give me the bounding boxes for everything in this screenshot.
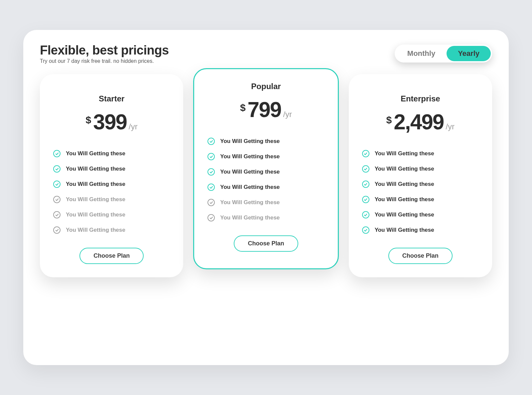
feature-text: You Will Getting these: [66, 196, 125, 203]
feature-text: You Will Getting these: [375, 227, 434, 233]
check-circle-icon: [362, 165, 369, 173]
price-value: 399: [93, 111, 127, 133]
check-circle-icon: [53, 211, 61, 218]
feature-list: You Will Getting theseYou Will Getting t…: [362, 146, 479, 238]
feature-text: You Will Getting these: [375, 150, 434, 157]
feature-text: You Will Getting these: [66, 211, 125, 218]
check-circle-icon: [207, 214, 215, 221]
price-value: 2,499: [394, 111, 444, 133]
feature-item: You Will Getting these: [53, 207, 170, 222]
feature-item: You Will Getting these: [53, 177, 170, 192]
price-row: $799/yr: [240, 99, 292, 120]
check-circle-icon: [53, 150, 61, 157]
price-row: $2,499/yr: [386, 111, 455, 133]
feature-list: You Will Getting theseYou Will Getting t…: [53, 146, 170, 238]
feature-item: You Will Getting these: [53, 161, 170, 177]
feature-text: You Will Getting these: [375, 196, 434, 203]
feature-text: You Will Getting these: [220, 138, 280, 145]
price-value: 799: [248, 99, 281, 120]
feature-text: You Will Getting these: [220, 199, 280, 206]
feature-item: You Will Getting these: [53, 222, 170, 238]
feature-item: You Will Getting these: [207, 210, 324, 225]
feature-list: You Will Getting theseYou Will Getting t…: [207, 134, 324, 225]
feature-item: You Will Getting these: [53, 192, 170, 207]
plan-name: Starter: [99, 94, 124, 103]
check-circle-icon: [362, 196, 369, 203]
feature-text: You Will Getting these: [220, 169, 280, 175]
feature-item: You Will Getting these: [362, 146, 479, 161]
page-subtitle: Try out our 7 day risk free trail. no hi…: [40, 58, 169, 64]
price-period: /yr: [129, 122, 138, 131]
feature-text: You Will Getting these: [375, 181, 434, 188]
toggle-monthly[interactable]: Monthly: [396, 46, 447, 61]
feature-item: You Will Getting these: [362, 192, 479, 207]
feature-item: You Will Getting these: [207, 195, 324, 210]
feature-item: You Will Getting these: [207, 134, 324, 149]
feature-text: You Will Getting these: [66, 181, 125, 188]
pricing-card-starter: Starter$399/yrYou Will Getting theseYou …: [40, 74, 183, 277]
check-circle-icon: [53, 165, 61, 173]
feature-item: You Will Getting these: [362, 222, 479, 238]
feature-text: You Will Getting these: [66, 150, 125, 157]
toggle-yearly[interactable]: Yearly: [447, 46, 491, 61]
feature-text: You Will Getting these: [220, 153, 280, 160]
check-circle-icon: [53, 181, 61, 188]
pricing-card-popular: Popular$799/yrYou Will Getting theseYou …: [193, 68, 338, 269]
feature-text: You Will Getting these: [66, 166, 125, 172]
choose-plan-button[interactable]: Choose Plan: [234, 235, 298, 252]
feature-item: You Will Getting these: [207, 164, 324, 180]
pricing-panel: Flexible, best pricings Try out our 7 da…: [23, 30, 509, 365]
check-circle-icon: [53, 196, 61, 203]
check-circle-icon: [362, 211, 369, 218]
check-circle-icon: [207, 153, 215, 160]
currency-symbol: $: [240, 102, 246, 113]
pricing-cards: Starter$399/yrYou Will Getting theseYou …: [40, 74, 492, 277]
check-circle-icon: [53, 226, 61, 234]
currency-symbol: $: [386, 114, 392, 126]
check-circle-icon: [362, 181, 369, 188]
check-circle-icon: [207, 184, 215, 191]
plan-name: Popular: [251, 82, 281, 91]
check-circle-icon: [362, 150, 369, 157]
header-row: Flexible, best pricings Try out our 7 da…: [40, 43, 492, 64]
check-circle-icon: [362, 226, 369, 234]
feature-item: You Will Getting these: [207, 180, 324, 195]
page-title: Flexible, best pricings: [40, 43, 169, 58]
choose-plan-button[interactable]: Choose Plan: [79, 248, 144, 264]
feature-item: You Will Getting these: [362, 207, 479, 222]
plan-name: Enterprise: [401, 94, 440, 103]
check-circle-icon: [207, 138, 215, 145]
feature-text: You Will Getting these: [220, 184, 280, 191]
price-row: $399/yr: [86, 111, 138, 133]
header-text: Flexible, best pricings Try out our 7 da…: [40, 43, 169, 64]
feature-text: You Will Getting these: [375, 166, 434, 172]
feature-text: You Will Getting these: [375, 211, 434, 218]
feature-text: You Will Getting these: [220, 214, 280, 221]
price-period: /yr: [283, 110, 292, 119]
currency-symbol: $: [86, 114, 91, 126]
pricing-card-enterprise: Enterprise$2,499/yrYou Will Getting thes…: [349, 74, 492, 277]
check-circle-icon: [207, 199, 215, 206]
feature-item: You Will Getting these: [362, 161, 479, 177]
feature-item: You Will Getting these: [207, 149, 324, 164]
price-period: /yr: [446, 122, 455, 131]
choose-plan-button[interactable]: Choose Plan: [388, 248, 453, 264]
billing-toggle: Monthly Yearly: [395, 45, 492, 63]
feature-item: You Will Getting these: [362, 177, 479, 192]
feature-text: You Will Getting these: [66, 227, 125, 233]
check-circle-icon: [207, 168, 215, 176]
feature-item: You Will Getting these: [53, 146, 170, 161]
